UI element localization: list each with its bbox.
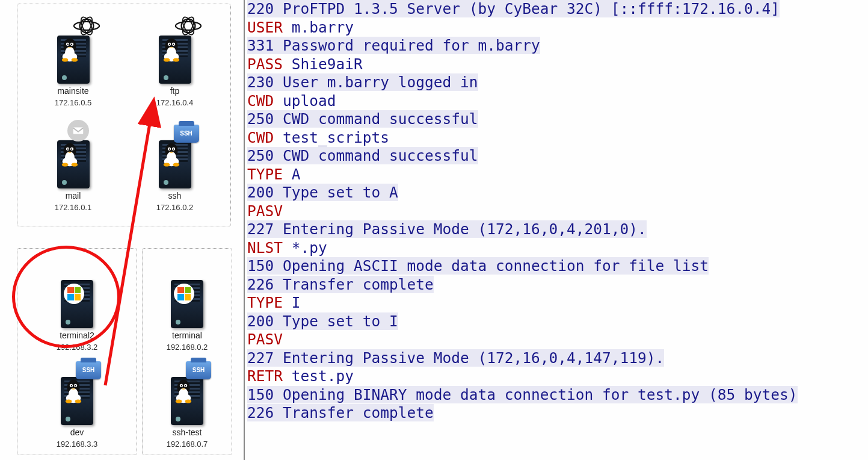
svg-point-52 [66, 399, 72, 403]
ftp-server-response: 250 CWD command successful [247, 147, 866, 166]
host-ip: 172.16.0.5 [55, 98, 91, 108]
svg-point-14 [175, 22, 200, 30]
svg-point-44 [173, 163, 179, 166]
tux-icon [63, 378, 84, 403]
ftp-server-response: 220 ProFTPD 1.3.5 Server (by CyBear 32C)… [247, 0, 866, 19]
svg-point-43 [163, 163, 170, 166]
host-ssh[interactable]: SSHssh172.16.0.2 [130, 116, 220, 213]
windows-icon [174, 284, 194, 304]
svg-point-10 [70, 43, 72, 45]
host-name: ssh [168, 191, 182, 201]
tux-icon [59, 37, 81, 62]
ftp-server-response: 150 Opening ASCII mode data connection f… [247, 257, 866, 276]
svg-point-50 [71, 385, 72, 386]
ftp-server-response: 226 Transfer complete [247, 404, 866, 423]
host-name: dev [70, 427, 84, 438]
svg-point-61 [176, 399, 182, 403]
svg-point-24 [163, 58, 170, 61]
ftp-client-command: PASS Shie9aiR [247, 55, 866, 74]
ftp-client-command: PASV [247, 202, 866, 221]
host-name: ssh-test [172, 427, 202, 438]
ftp-server-response: 226 Transfer complete [247, 276, 866, 294]
svg-rect-26 [73, 127, 83, 134]
svg-point-23 [172, 43, 173, 45]
svg-point-53 [75, 399, 82, 403]
host-terminal2[interactable]: terminal2192.168.3.2 [32, 256, 122, 352]
tux-icon [161, 141, 182, 167]
svg-point-38 [167, 151, 176, 163]
host-mainsite[interactable]: mainsite172.16.0.5 [28, 11, 119, 108]
svg-point-42 [172, 148, 173, 149]
svg-point-25 [173, 58, 179, 61]
svg-point-12 [71, 58, 78, 61]
host-ftp[interactable]: ftp172.16.0.4 [130, 11, 220, 108]
windows-icon [64, 284, 84, 304]
svg-point-22 [168, 43, 170, 45]
ftp-server-response: 227 Entering Passive Mode (172,16,0,4,14… [247, 349, 866, 368]
host-ip: 192.168.0.7 [167, 440, 208, 449]
host-name: mail [66, 191, 81, 201]
ftp-server-response: 331 Password required for m.barry [247, 37, 866, 55]
svg-point-29 [65, 151, 75, 163]
ftp-client-command: NLST *.py [247, 239, 866, 258]
host-name: terminal2 [60, 331, 94, 341]
host-ip: 172.16.0.2 [156, 203, 193, 213]
svg-point-62 [185, 399, 192, 403]
host-name: ftp [170, 86, 180, 96]
ftp-client-command: TYPE A [247, 166, 866, 184]
ftp-client-command: CWD upload [247, 92, 866, 111]
ftp-server-response: 200 Type set to A [247, 184, 866, 202]
ftp-server-response: 150 Opening BINARY mode data connection … [247, 386, 866, 405]
ssh-folder-icon: SSH [174, 125, 199, 143]
svg-point-47 [69, 388, 78, 399]
host-dev[interactable]: SSHdev192.168.3.3 [32, 353, 122, 449]
host-ip: 172.16.0.4 [156, 98, 193, 108]
host-name: mainsite [57, 86, 88, 96]
network-diagram: mainsite172.16.0.5ftp172.16.0.4mail172.1… [0, 0, 244, 460]
host-ip: 192.168.3.2 [57, 343, 98, 352]
svg-point-56 [179, 388, 188, 399]
svg-point-9 [67, 43, 68, 45]
host-mail[interactable]: mail172.16.0.1 [28, 116, 119, 213]
ftp-client-command: TYPE I [247, 294, 866, 312]
svg-point-51 [75, 385, 76, 386]
svg-point-1 [73, 22, 99, 30]
ftp-client-command: RETR test.py [247, 367, 866, 386]
host-ip: 192.168.3.3 [57, 440, 98, 449]
svg-point-33 [70, 148, 72, 149]
ftp-server-response: 250 CWD command successful [247, 110, 866, 129]
svg-point-35 [71, 163, 78, 166]
svg-point-11 [61, 58, 68, 61]
svg-point-60 [185, 385, 186, 386]
svg-point-32 [67, 148, 68, 149]
svg-point-6 [65, 46, 75, 58]
ftp-server-response: 227 Entering Passive Mode (172,16,0,4,20… [247, 220, 866, 239]
tux-icon [161, 37, 182, 62]
ftp-server-response: 230 User m.barry logged in [247, 73, 866, 92]
host-name: terminal [172, 331, 202, 341]
ftp-client-command: PASV [247, 331, 866, 349]
host-ip: 172.16.0.1 [55, 203, 91, 213]
network-group-2: terminal2192.168.3.2SSHdev192.168.3.3 [17, 248, 137, 455]
globe-icon [73, 15, 100, 37]
globe-icon [175, 15, 202, 37]
tux-icon [173, 378, 194, 403]
svg-point-19 [167, 46, 176, 58]
host-terminal[interactable]: terminal192.168.0.2 [147, 256, 227, 352]
ssh-folder-icon: SSH [76, 361, 101, 379]
ftp-client-command: CWD test_scripts [247, 129, 866, 148]
svg-point-59 [181, 385, 182, 386]
host-ip: 192.168.0.2 [167, 343, 208, 352]
ssh-folder-icon: SSH [186, 361, 211, 379]
host-ssh-test[interactable]: SSHssh-test192.168.0.7 [147, 353, 227, 449]
ftp-server-response: 200 Type set to I [247, 312, 866, 331]
svg-point-41 [168, 148, 170, 149]
network-group-3: terminal192.168.0.2SSHssh-test192.168.0.… [142, 248, 232, 455]
mail-icon [67, 120, 89, 141]
svg-point-34 [61, 163, 68, 166]
ftp-client-command: USER m.barry [247, 19, 866, 37]
ftp-session-log: 220 ProFTPD 1.3.5 Server (by CyBear 32C)… [244, 0, 868, 460]
tux-icon [59, 141, 81, 167]
network-group-1: mainsite172.16.0.5ftp172.16.0.4mail172.1… [17, 4, 231, 226]
